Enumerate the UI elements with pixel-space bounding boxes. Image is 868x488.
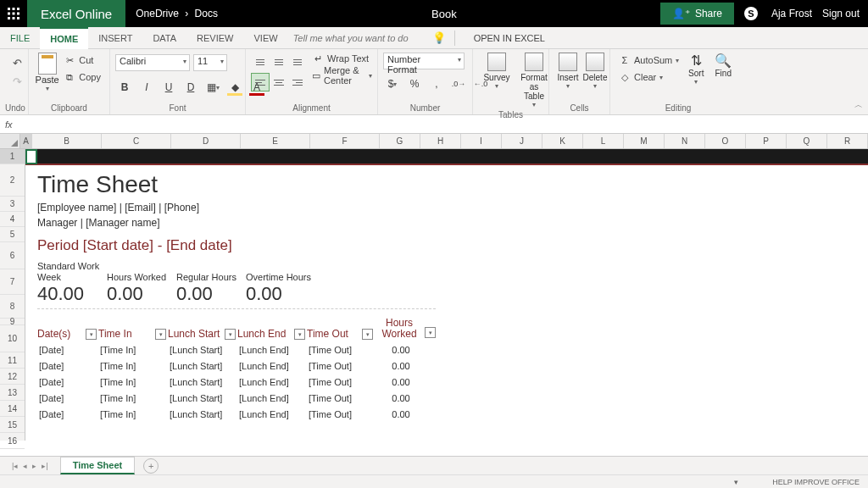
sign-out-link[interactable]: Sign out (822, 8, 860, 19)
col-timein[interactable]: Time In (98, 329, 132, 340)
cell-hoursworked[interactable]: 0.00 (375, 377, 426, 387)
align-top-button[interactable] (251, 53, 270, 71)
row-header-10[interactable]: 10 (0, 325, 25, 352)
clear-button[interactable]: ◇Clear ▾ (619, 69, 679, 85)
copy-button[interactable]: ⧉Copy (64, 69, 101, 85)
cell-hoursworked[interactable]: 0.00 (375, 361, 426, 371)
cell-timeout[interactable]: [Time Out] (307, 409, 375, 419)
format-as-table-button[interactable]: Format as Table▾ (515, 51, 553, 110)
font-size-select[interactable]: 11 (193, 54, 227, 71)
autosum-button[interactable]: ΣAutoSum ▾ (619, 53, 679, 68)
col-hoursworked[interactable]: Hours Worked (375, 318, 424, 340)
col-timeout[interactable]: Time Out (307, 329, 348, 340)
cell-lunchstart[interactable]: [Lunch Start] (168, 377, 237, 387)
sheet-nav-prev[interactable]: ◂ (23, 462, 27, 470)
col-header-B[interactable]: B (32, 134, 102, 148)
wrap-text-button[interactable]: ↵Wrap Text (312, 51, 372, 66)
filter-timeout[interactable]: ▾ (362, 329, 373, 340)
row-header-8[interactable]: 8 (0, 295, 25, 319)
tab-view[interactable]: VIEW (244, 27, 288, 49)
font-color-button[interactable]: A (248, 78, 266, 97)
cell-lunchend[interactable]: [Lunch End] (237, 361, 307, 371)
cell-hoursworked[interactable]: 0.00 (375, 345, 426, 355)
col-header-N[interactable]: N (665, 134, 705, 148)
row-header-6[interactable]: 6 (0, 242, 25, 269)
status-caret[interactable]: ▾ (734, 478, 738, 486)
cell-timein[interactable]: [Time In] (98, 377, 168, 387)
row-header-14[interactable]: 14 (0, 401, 25, 417)
col-header-L[interactable]: L (583, 134, 624, 148)
row-header-13[interactable]: 13 (0, 385, 25, 401)
col-header-Q[interactable]: Q (787, 134, 827, 148)
row-header-12[interactable]: 12 (0, 369, 25, 385)
fill-color-button[interactable]: ◆ (225, 78, 244, 97)
cell-lunchend[interactable]: [Lunch End] (237, 409, 307, 419)
cell-lunchstart[interactable]: [Lunch Start] (168, 361, 237, 371)
col-header-A[interactable]: A (20, 134, 32, 148)
app-launcher-icon[interactable] (0, 0, 27, 27)
filter-lunchend[interactable]: ▾ (294, 329, 305, 340)
cell-lunchstart[interactable]: [Lunch Start] (168, 409, 237, 419)
underline-button[interactable]: U (159, 78, 178, 97)
cell-timeout[interactable]: [Time Out] (307, 361, 375, 371)
cell-lunchend[interactable]: [Lunch End] (237, 345, 307, 355)
sheet-tab-active[interactable]: Time Sheet (60, 457, 136, 474)
table-row[interactable]: [Date][Time In][Lunch Start][Lunch End][… (37, 390, 868, 406)
cell-timeout[interactable]: [Time Out] (307, 345, 375, 355)
align-bottom-button[interactable] (288, 53, 307, 71)
row-header-9[interactable]: 9 (0, 319, 25, 325)
col-lunchstart[interactable]: Lunch Start (168, 329, 220, 340)
tab-insert[interactable]: INSERT (88, 27, 142, 49)
breadcrumb[interactable]: OneDrive › Docs (125, 8, 228, 19)
survey-button[interactable]: Survey▾ (478, 51, 515, 92)
table-row[interactable]: [Date][Time In][Lunch Start][Lunch End][… (37, 406, 868, 422)
paste-button[interactable]: Paste ▾ (34, 51, 60, 92)
col-header-R[interactable]: R (827, 134, 868, 148)
col-header-H[interactable]: H (420, 134, 461, 148)
cell-lunchstart[interactable]: [Lunch Start] (168, 345, 237, 355)
user-name[interactable]: Aja Frost (771, 8, 812, 19)
comma-button[interactable]: , (427, 75, 446, 93)
skype-icon[interactable]: S (739, 2, 763, 25)
collapse-ribbon-button[interactable]: ︿ (854, 99, 863, 111)
select-all-corner[interactable] (0, 134, 20, 148)
col-header-G[interactable]: G (380, 134, 420, 148)
merge-center-button[interactable]: ▭Merge & Center ▾ (312, 68, 372, 83)
cell-date[interactable]: [Date] (37, 345, 98, 355)
col-lunchend[interactable]: Lunch End (237, 329, 286, 340)
redo-button[interactable]: ↷ (8, 73, 25, 90)
row-header-16[interactable]: 16 (0, 433, 25, 449)
col-header-D[interactable]: D (171, 134, 241, 148)
currency-button[interactable]: $▾ (383, 75, 402, 93)
row-header-15[interactable]: 15 (0, 417, 25, 433)
col-header-M[interactable]: M (624, 134, 665, 148)
tell-me-input[interactable] (293, 33, 429, 43)
col-header-F[interactable]: F (310, 134, 380, 148)
font-name-select[interactable]: Calibri (115, 54, 190, 71)
cell-date[interactable]: [Date] (37, 377, 98, 387)
row-header-4[interactable]: 4 (0, 212, 25, 227)
cell-lunchstart[interactable]: [Lunch Start] (168, 393, 237, 403)
sort-button[interactable]: ⇅Sort▾ (682, 51, 709, 87)
cell-date[interactable]: [Date] (37, 361, 98, 371)
cell-date[interactable]: [Date] (37, 409, 98, 419)
cell-timein[interactable]: [Time In] (98, 345, 168, 355)
row-header-1[interactable]: 1 (0, 149, 25, 164)
col-header-K[interactable]: K (542, 134, 583, 148)
help-improve-link[interactable]: HELP IMPROVE OFFICE (772, 478, 860, 486)
share-button[interactable]: 👤⁺ Share (660, 3, 734, 25)
col-header-I[interactable]: I (461, 134, 502, 148)
col-header-C[interactable]: C (102, 134, 171, 148)
col-dates[interactable]: Date(s) (37, 329, 70, 340)
cell-timein[interactable]: [Time In] (98, 393, 168, 403)
row-header-5[interactable]: 5 (0, 227, 25, 242)
fx-icon[interactable]: fx (5, 119, 13, 130)
cell-timeout[interactable]: [Time Out] (307, 393, 375, 403)
table-row[interactable]: [Date][Time In][Lunch Start][Lunch End][… (37, 358, 868, 374)
document-name[interactable]: Book (406, 8, 482, 20)
formula-input[interactable] (19, 119, 863, 130)
cell-timein[interactable]: [Time In] (98, 361, 168, 371)
sheet-nav-last[interactable]: ▸| (42, 462, 47, 470)
row-header-3[interactable]: 3 (0, 197, 25, 212)
row-header-7[interactable]: 7 (0, 269, 25, 295)
